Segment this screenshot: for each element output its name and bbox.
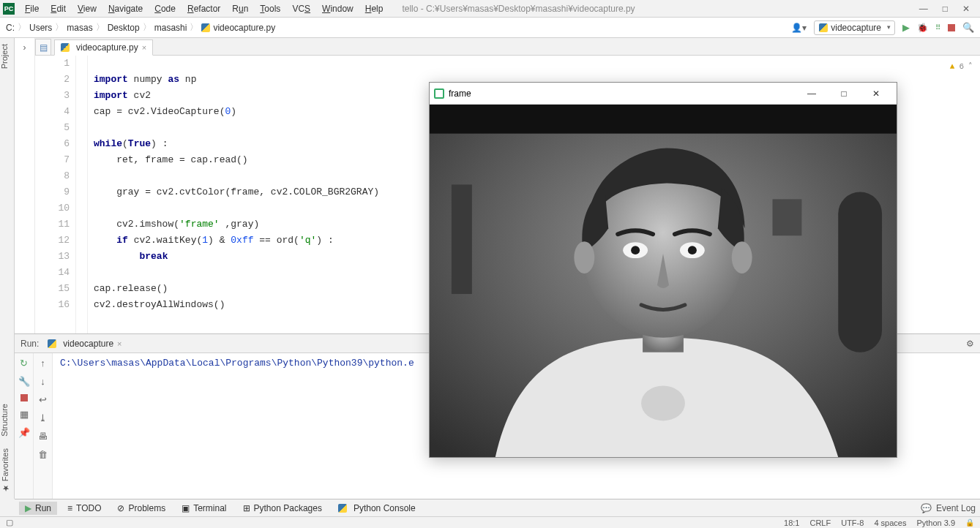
interpreter[interactable]: Python 3.9 [916, 518, 955, 527]
run-icon[interactable]: ▶ [902, 22, 910, 33]
window-title: tello - C:¥Users¥masas¥Desktop¥masashi¥v… [402, 4, 635, 14]
file-encoding[interactable]: UTF-8 [841, 518, 864, 527]
chevron-up-icon[interactable]: ˄ [968, 59, 973, 75]
wrench-icon[interactable]: 🔧 [18, 376, 30, 387]
todo-icon: ≡ [67, 503, 72, 513]
up-arrow-icon[interactable]: ↑ [40, 358, 45, 369]
more-run-icon[interactable]: ⠿ [935, 23, 940, 31]
stop-icon[interactable] [948, 24, 955, 31]
indent-setting[interactable]: 4 spaces [874, 518, 906, 527]
run-tab[interactable]: videocapture × [43, 337, 126, 350]
close-tab-icon[interactable]: × [142, 43, 146, 52]
lock-icon[interactable]: 🔒 [965, 518, 974, 527]
user-icon[interactable]: 👤▾ [791, 23, 807, 33]
event-log-icon[interactable]: 💬 [921, 503, 932, 513]
rerun-icon[interactable]: ↻ [20, 358, 28, 369]
menu-file[interactable]: File [19, 1, 45, 16]
opencv-app-icon [434, 88, 444, 99]
python-file-icon [48, 339, 56, 348]
run-config-name: videocapture [831, 23, 881, 33]
svg-rect-12 [452, 184, 472, 294]
line-separator[interactable]: CRLF [809, 518, 831, 527]
menu-tools[interactable]: Tools [254, 1, 286, 16]
tool-run[interactable]: ▶ Run [19, 502, 57, 515]
python-file-icon [819, 23, 828, 32]
svg-rect-13 [773, 199, 802, 235]
opencv-window-title: frame [449, 88, 471, 99]
svg-point-2 [641, 386, 685, 421]
search-icon[interactable]: 🔍 [962, 22, 974, 33]
svg-rect-1 [430, 105, 897, 134]
nav-bar: C:〉 Users〉 masas〉 Desktop〉 masashi〉 vide… [0, 18, 980, 38]
python-icon [338, 504, 347, 513]
close-run-tab-icon[interactable]: × [117, 339, 121, 348]
menu-bar: PC File Edit View Navigate Code Refactor… [0, 0, 980, 18]
print-icon[interactable]: 🖶 [38, 431, 48, 442]
stop-run-icon[interactable] [20, 394, 28, 401]
svg-point-5 [574, 241, 594, 274]
crumb-part[interactable]: masashi [154, 23, 187, 33]
cv-close-icon[interactable]: ✕ [860, 83, 892, 104]
breadcrumb[interactable]: C:〉 Users〉 masas〉 Desktop〉 masashi〉 vide… [6, 21, 275, 34]
menu-run[interactable]: Run [226, 1, 254, 16]
tool-python-console[interactable]: Python Console [332, 502, 422, 515]
run-config-selector[interactable]: videocapture [814, 20, 895, 35]
crumb-part[interactable]: Desktop [108, 23, 140, 33]
favorites-tool-tab[interactable]: ★ Favorites [0, 442, 14, 499]
menu-refactor[interactable]: Refactor [182, 1, 226, 16]
close-icon[interactable]: ✕ [962, 4, 970, 14]
run-toolbar-primary: ↻ 🔧 ▦ 📌 [15, 353, 34, 499]
crumb-part[interactable]: Users [29, 23, 52, 33]
menu-view[interactable]: View [72, 1, 102, 16]
project-tree-collapsed[interactable]: › [15, 38, 35, 333]
svg-point-6 [732, 241, 752, 274]
menu-navigate[interactable]: Navigate [102, 1, 149, 16]
code-content[interactable]: import numpy as np import cv2 cap = cv2.… [88, 56, 379, 333]
packages-icon: ⊞ [243, 503, 250, 513]
tab-actions-icon[interactable]: ▤ [35, 39, 51, 55]
svg-point-9 [631, 246, 640, 254]
opencv-title-bar[interactable]: frame — □ ✕ [430, 83, 897, 105]
scroll-to-end-icon[interactable]: ⤓ [39, 412, 47, 423]
menu-code[interactable]: Code [149, 1, 182, 16]
opencv-frame-window[interactable]: frame — □ ✕ [429, 82, 897, 458]
editor-tabs: ▤ videocapture.py × [35, 38, 980, 56]
maximize-icon[interactable]: □ [943, 4, 948, 14]
editor-tab[interactable]: videocapture.py × [54, 39, 153, 56]
menu-help[interactable]: Help [359, 1, 389, 16]
minimize-icon[interactable]: — [919, 4, 928, 14]
problems-icon: ⊘ [117, 503, 124, 513]
caret-position[interactable]: 18:1 [784, 518, 799, 527]
menu-edit[interactable]: Edit [45, 1, 72, 16]
down-arrow-icon[interactable]: ↓ [40, 376, 45, 387]
run-toolbar-secondary: ↑ ↓ ↩ ⤓ 🖶 🗑 [34, 353, 53, 499]
gear-icon[interactable]: ⚙ [966, 339, 974, 349]
project-tool-tab[interactable]: Project [0, 38, 14, 75]
trash-icon[interactable]: 🗑 [38, 449, 48, 460]
pycharm-logo-icon: PC [3, 3, 15, 15]
svg-rect-11 [838, 192, 882, 352]
soft-wrap-icon[interactable]: ↩ [39, 394, 47, 405]
tab-label: videocapture.py [76, 42, 138, 53]
menu-window[interactable]: Window [316, 1, 359, 16]
tool-windows-icon[interactable]: ▢ [6, 518, 13, 527]
menu-vcs[interactable]: VCS [286, 1, 316, 16]
tool-problems[interactable]: ⊘ Problems [111, 502, 171, 515]
tool-todo[interactable]: ≡ TODO [61, 502, 107, 515]
tool-terminal[interactable]: ▣ Terminal [176, 502, 232, 515]
debug-icon[interactable]: 🐞 [917, 23, 928, 33]
cv-maximize-icon[interactable]: □ [828, 83, 860, 104]
tool-python-packages[interactable]: ⊞ Python Packages [237, 502, 328, 515]
crumb-part[interactable]: C: [6, 23, 15, 33]
crumb-part[interactable]: videocapture.py [213, 23, 275, 33]
layout-icon[interactable]: ▦ [20, 409, 29, 420]
warning-icon[interactable]: ▲ [950, 59, 955, 75]
pin-icon[interactable]: 📌 [18, 427, 30, 438]
terminal-icon: ▣ [182, 503, 190, 513]
event-log-label[interactable]: Event Log [936, 503, 976, 513]
cv-minimize-icon[interactable]: — [796, 83, 828, 104]
structure-tool-tab[interactable]: Structure [0, 398, 14, 442]
run-tab-label: videocapture [63, 339, 113, 349]
status-bar: ▢ 18:1 CRLF UTF-8 4 spaces Python 3.9 🔒 [0, 516, 980, 528]
crumb-part[interactable]: masas [67, 23, 92, 33]
